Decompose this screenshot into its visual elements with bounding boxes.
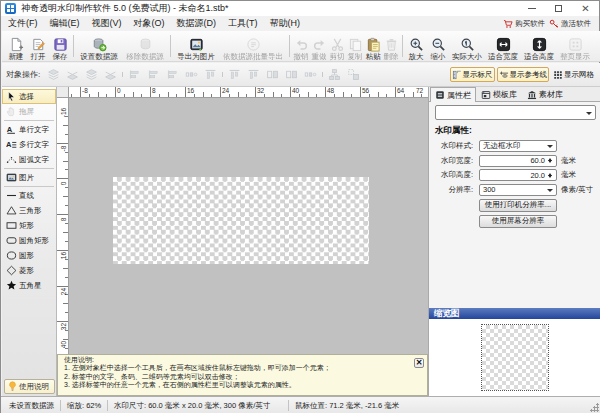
use-screen-resolution-button[interactable]: 使用屏幕分辨率 — [479, 215, 557, 228]
toolbar-button[interactable]: 粘贴 — [364, 31, 382, 61]
menu-item[interactable]: 对象(O) — [128, 16, 171, 31]
separator — [289, 35, 290, 57]
line-icon — [6, 190, 17, 201]
object-op-button[interactable] — [44, 68, 63, 81]
main-area: 选择 拖屏 单行文字 多行文字 圆弧文字 — [2, 87, 600, 396]
thumbnail-header: 缩览图 — [429, 308, 600, 319]
tool-item[interactable]: 图片 — [2, 170, 56, 185]
menu-item[interactable]: 数据源(D) — [171, 16, 223, 31]
tool-item[interactable]: 矩形 — [2, 218, 56, 233]
tool-item[interactable]: 拖屏 — [2, 104, 56, 119]
maximize-button[interactable] — [545, 1, 572, 16]
object-op-button[interactable] — [144, 68, 163, 81]
toolbar-button[interactable]: 导出为图片 — [173, 31, 219, 61]
close-icon: ✕ — [416, 359, 423, 367]
object-op-button[interactable] — [301, 68, 320, 81]
design-canvas[interactable] — [69, 98, 428, 354]
object-op-button[interactable] — [263, 68, 282, 81]
panel-tab[interactable]: 属性栏 — [430, 87, 476, 102]
menu-right-links: 购买软件 激活软件 — [503, 19, 599, 29]
toolbar-button[interactable]: 移除数据源 — [122, 31, 168, 61]
undo-icon — [294, 37, 309, 52]
object-op-button[interactable] — [225, 68, 244, 81]
help-button[interactable]: 使用说明 — [4, 379, 55, 394]
object-op-button[interactable] — [82, 68, 101, 81]
spinner-arrows-icon[interactable] — [546, 157, 554, 165]
toolbar-button[interactable]: 依数据源批量导出 — [219, 31, 287, 61]
shop-link[interactable]: 购买软件 — [503, 19, 545, 29]
tool-item[interactable]: 五角星 — [2, 278, 56, 293]
toolbar-button[interactable]: 剪切 — [328, 31, 346, 61]
watermark-style-dropdown[interactable]: 无边框水印 — [479, 140, 557, 152]
ruler-tick — [65, 241, 68, 242]
app-window: 神奇透明水印制作软件 5.0 (免费试用) - 未命名1.stb* ✕ 文件(F… — [0, 0, 600, 413]
separator — [73, 35, 74, 57]
tool-item[interactable]: 多行文字 — [2, 137, 56, 152]
tool-item[interactable]: 圆形 — [2, 248, 56, 263]
toolbar-button[interactable]: 新建 — [5, 31, 27, 61]
toolbar-button[interactable]: 实际大小 — [449, 31, 485, 61]
tool-item[interactable]: 圆角矩形 — [2, 233, 56, 248]
toolbar-button[interactable]: 适合宽度 — [485, 31, 521, 61]
object-op-button[interactable] — [201, 68, 220, 81]
watermark-transparent-area[interactable] — [113, 177, 369, 264]
toolbar-button[interactable]: 设置数据源 — [76, 31, 122, 61]
notice-close-button[interactable]: ✕ — [414, 358, 424, 368]
resolution-dropdown[interactable]: 300 — [479, 184, 557, 196]
toolbar-button[interactable]: 缩小 — [427, 31, 449, 61]
field-row-width: 水印宽度: 60.0 毫米 — [429, 155, 600, 167]
ruler-tick — [63, 161, 68, 162]
minimize-button[interactable] — [518, 1, 545, 16]
fit-width-icon — [496, 37, 511, 52]
panel-tab[interactable]: 模板库 — [476, 87, 522, 101]
object-op-button[interactable] — [163, 68, 182, 81]
object-op-button[interactable] — [182, 68, 201, 81]
view-toggle[interactable]: 显示参考线 — [497, 67, 550, 82]
properties-panel: 属性栏 模板库 素材库 水印属性: 水印样式: 无边框水印 — [428, 87, 600, 396]
menu-item[interactable]: 工具(T) — [222, 16, 264, 31]
tool-item[interactable]: 菱形 — [2, 263, 56, 278]
object-op-button[interactable] — [125, 68, 144, 81]
object-op-button[interactable] — [282, 68, 301, 81]
view-toggle[interactable]: 显示标尺 — [450, 67, 495, 82]
tool-item[interactable]: 三角形 — [2, 203, 56, 218]
toolbar-button[interactable]: 重做 — [310, 31, 328, 61]
object-op-button[interactable] — [344, 68, 363, 81]
object-selector[interactable] — [435, 105, 596, 120]
menu-item[interactable]: 帮助(H) — [264, 16, 307, 31]
menu-item[interactable]: 视图(V) — [86, 16, 128, 31]
field-row-style: 水印样式: 无边框水印 — [429, 140, 600, 152]
tool-item[interactable]: 圆弧文字 — [2, 152, 56, 167]
object-op-button[interactable] — [63, 68, 82, 81]
object-op-button[interactable] — [325, 68, 344, 81]
menu-item[interactable]: 编辑(E) — [44, 16, 86, 31]
toolbar-button[interactable]: 打开 — [27, 31, 49, 61]
close-button[interactable]: ✕ — [572, 1, 599, 16]
toolbar-button[interactable]: 放大 — [405, 31, 427, 61]
ruler-label: 24 — [60, 284, 67, 298]
spinner-arrows-icon[interactable] — [546, 171, 554, 179]
menu-item[interactable]: 文件(F) — [2, 16, 44, 31]
panel-tab[interactable]: 素材库 — [522, 87, 568, 101]
tool-item[interactable]: 单行文字 — [2, 122, 56, 137]
ruler-tick — [378, 92, 379, 97]
use-printer-resolution-button[interactable]: 使用打印机分辨率... — [479, 199, 557, 212]
ruler-label: -8 — [82, 87, 88, 94]
view-toggle[interactable]: 显示网格 — [551, 67, 596, 82]
title-bar: 神奇透明水印制作软件 5.0 (免费试用) - 未命名1.stb* ✕ — [1, 1, 599, 16]
watermark-height-spinner[interactable]: 20.0 — [479, 169, 557, 181]
tool-item[interactable]: 选择 — [2, 89, 56, 104]
toolbar-button[interactable]: 撤销 — [292, 31, 310, 61]
toolbar-button[interactable]: 整页显示 — [557, 31, 593, 61]
toolbar-button[interactable]: 删除 — [382, 31, 400, 61]
tool-item[interactable]: 直线 — [2, 188, 56, 203]
window-title: 神奇透明水印制作软件 5.0 (免费试用) - 未命名1.stb* — [21, 2, 229, 15]
shop-link[interactable]: 激活软件 — [549, 19, 591, 29]
toolbar-button[interactable]: 适合高度 — [521, 31, 557, 61]
resize-grip[interactable] — [590, 403, 599, 412]
object-op-button[interactable] — [101, 68, 120, 81]
object-op-button[interactable] — [244, 68, 263, 81]
toolbar-button[interactable]: 复制 — [346, 31, 364, 61]
watermark-width-spinner[interactable]: 60.0 — [479, 155, 557, 167]
toolbar-button[interactable]: 保存 — [49, 31, 71, 61]
